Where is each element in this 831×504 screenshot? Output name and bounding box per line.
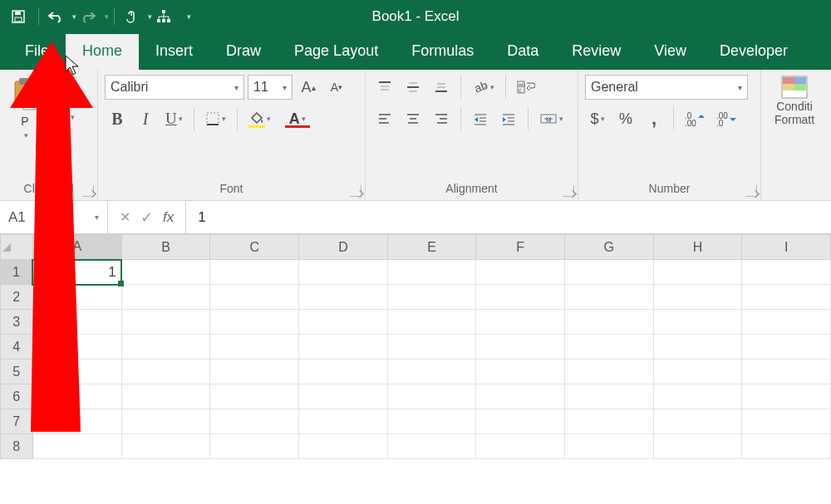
group-alignment: ab▾ abc a▾ Alignment [366,70,578,200]
decrease-font-icon[interactable]: A▾ [324,75,349,100]
align-bottom-icon[interactable] [429,75,454,100]
col-header-H[interactable]: H [653,235,742,260]
copy-icon[interactable]: ▾ [48,105,79,130]
svg-rect-55 [783,77,794,84]
number-launcher[interactable] [745,185,757,197]
svg-text:c: c [519,87,522,93]
svg-rect-15 [61,144,65,152]
italic-button[interactable]: I [133,106,158,131]
bold-button[interactable]: B [105,106,130,131]
tab-data[interactable]: Data [490,34,555,70]
align-left-icon[interactable] [372,106,397,131]
svg-text:.00: .00 [685,119,696,126]
font-launcher[interactable] [350,185,361,197]
decrease-decimal-icon[interactable]: .00.0 [712,106,740,131]
svg-rect-8 [19,78,29,85]
tab-insert[interactable]: Insert [139,34,209,70]
svg-rect-2 [15,17,22,22]
tab-developer[interactable]: Developer [703,34,804,70]
group-label-number: Number [585,182,754,197]
col-header-F[interactable]: F [476,235,565,260]
col-header-I[interactable]: I [742,235,831,260]
alignment-launcher[interactable] [563,185,574,197]
tab-home[interactable]: Home [66,34,139,70]
align-center-icon[interactable] [401,106,425,131]
svg-text:ab: ab [473,80,489,95]
table-row: 4 [1,335,831,360]
group-label-alignment: Alignment [372,182,571,197]
increase-indent-icon[interactable] [496,106,521,131]
align-middle-icon[interactable] [401,75,425,100]
clipboard-launcher[interactable] [82,185,94,197]
tab-page-layout[interactable]: Page Layout [278,34,395,70]
formula-input[interactable]: 1 [186,209,831,226]
comma-format-icon[interactable]: , [642,106,666,131]
svg-rect-9 [23,90,38,110]
borders-button[interactable]: ▾ [201,106,230,131]
increase-decimal-icon[interactable]: .0.00 [681,106,709,131]
hierarchy-icon[interactable] [152,5,175,28]
tab-file[interactable]: File [8,34,66,70]
svg-rect-58 [794,84,806,91]
cell-A1[interactable]: 1 [32,260,121,285]
number-format-combo[interactable]: General▾ [585,75,748,100]
font-size-combo[interactable]: 11▾ [248,75,293,100]
underline-button[interactable]: U▾ [161,106,187,131]
merge-center-icon[interactable]: a▾ [535,106,568,131]
cut-icon[interactable] [48,76,79,101]
table-row: 6 [1,384,831,409]
decrease-indent-icon[interactable] [468,106,493,131]
column-headers[interactable]: A B C D E F G H I [1,235,831,260]
group-number: General▾ $▾ % , .0.00 .00.0 Number [578,70,761,200]
paste-button[interactable]: P ▾ [7,75,43,159]
align-top-icon[interactable] [372,75,397,100]
accounting-format-icon[interactable]: $▾ [585,106,610,131]
svg-rect-13 [58,114,66,124]
svg-text:a: a [547,115,551,124]
svg-rect-14 [59,139,67,144]
ribbon: P ▾ ▾ Clipboard Calibri▾ 11▾ [0,70,831,201]
fill-color-button[interactable]: ▾ [244,106,278,131]
tab-draw[interactable]: Draw [209,34,278,70]
tab-review[interactable]: Review [555,34,637,70]
col-header-B[interactable]: B [121,235,210,260]
table-row: 8 [1,434,831,459]
touch-mode-icon[interactable] [120,5,143,28]
group-label-font: Font [105,182,358,197]
svg-rect-1 [15,12,21,15]
font-name-combo[interactable]: Calibri▾ [105,75,244,100]
svg-rect-56 [794,77,806,84]
table-row: 2 [1,285,831,310]
col-header-C[interactable]: C [210,235,299,260]
format-painter-icon[interactable] [48,133,79,158]
select-all-corner[interactable] [1,235,33,260]
svg-point-11 [66,91,71,96]
col-header-A[interactable]: A [32,235,121,260]
align-right-icon[interactable] [429,106,454,131]
percent-format-icon[interactable]: % [613,106,638,131]
svg-rect-57 [783,84,794,91]
name-box[interactable]: A1▾ [0,201,108,233]
save-icon[interactable] [7,5,30,28]
tab-view[interactable]: View [637,34,703,70]
table-row: 5 [1,360,831,384]
group-label-clipboard: Clipboard [7,182,91,197]
conditional-formatting-button[interactable]: Conditi Formatt [768,75,821,126]
col-header-G[interactable]: G [565,235,654,260]
quick-access-toolbar: ▾ ▾ ▾ ▾ [0,0,831,33]
font-color-button[interactable]: A▾ [281,106,314,131]
row-header-1[interactable]: 1 [1,260,33,285]
col-header-D[interactable]: D [299,235,388,260]
col-header-E[interactable]: E [387,235,476,260]
wrap-text-icon[interactable]: abc [513,75,539,100]
increase-font-icon[interactable]: A▴ [296,75,321,100]
cancel-formula-icon[interactable]: ✕ [120,209,130,225]
orientation-icon[interactable]: ab▾ [468,75,499,100]
fx-icon[interactable]: fx [163,209,174,226]
svg-text:.0: .0 [716,119,724,126]
redo-icon[interactable] [76,5,100,28]
enter-formula-icon[interactable]: ✓ [140,208,153,227]
tab-formulas[interactable]: Formulas [395,34,490,70]
spreadsheet-grid: A B C D E F G H I 11 2 3 4 5 6 7 8 [0,234,831,459]
undo-icon[interactable] [44,5,67,28]
